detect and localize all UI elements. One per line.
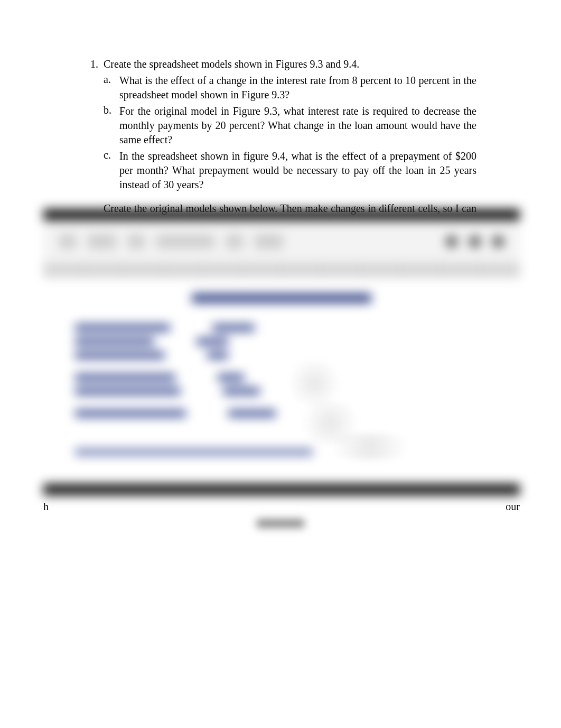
sub-item-b: b. For the original model in Figure 9.3,… <box>104 104 476 147</box>
edge-text-right: our <box>506 501 520 513</box>
figure-row <box>75 410 488 417</box>
sub-letter: a. <box>104 73 119 102</box>
figure-row <box>75 324 488 331</box>
figure-footnote-blob <box>75 449 313 455</box>
figure-column-headers <box>43 263 520 278</box>
ribbon-icon <box>469 236 481 247</box>
ribbon-icon <box>492 236 504 247</box>
ribbon-blob <box>88 234 116 249</box>
figure-value-blob <box>228 410 276 417</box>
caption-blob <box>257 519 304 528</box>
figure-row <box>75 388 488 395</box>
figure-label-blob <box>75 324 170 331</box>
sub-text: In the spreadsheet shown in figure 9.4, … <box>119 149 476 192</box>
figure-titlebar <box>43 209 520 220</box>
ribbon-icon <box>446 236 457 247</box>
sub-letter: b. <box>104 104 119 147</box>
sub-text: For the original model in Figure 9.3, wh… <box>119 104 476 147</box>
figure-title-line <box>192 293 371 303</box>
figure-ribbon <box>43 220 520 263</box>
question-main-text: Create the spreadsheet models shown in F… <box>104 58 476 70</box>
ribbon-blob <box>156 235 214 248</box>
figure-row <box>75 338 488 345</box>
figure-value-blob <box>197 338 228 345</box>
ribbon-blob <box>59 234 76 249</box>
sub-text: What is the effect of a change in the in… <box>119 73 476 102</box>
ribbon-blob <box>255 234 283 249</box>
figure-row <box>75 352 488 359</box>
figure-label-blob <box>75 374 175 381</box>
sub-letter: c. <box>104 149 119 192</box>
main-list-item: 1. Create the spreadsheet models shown i… <box>85 58 476 70</box>
ribbon-blob <box>226 234 243 249</box>
figure-label-blob <box>75 352 165 359</box>
figure-value-blob <box>223 388 260 395</box>
ribbon-blob <box>128 234 145 249</box>
figure-caption-area <box>0 518 561 530</box>
figure-body <box>43 278 520 484</box>
figure-value-blob <box>207 352 228 359</box>
figure-statusbar <box>43 484 520 495</box>
sub-list: a. What is the effect of a change in the… <box>104 73 476 192</box>
figure-value-blob <box>212 324 255 331</box>
figure-value-blob <box>218 374 244 381</box>
figure-label-blob <box>75 410 186 417</box>
figure-label-blob <box>75 338 154 345</box>
sub-item-a: a. What is the effect of a change in the… <box>104 73 476 102</box>
blurred-screenshot-figure <box>43 209 520 502</box>
figure-label-blob <box>75 388 181 395</box>
figure-row <box>75 374 488 381</box>
edge-text-left: h <box>43 501 49 513</box>
sub-item-c: c. In the spreadsheet shown in figure 9.… <box>104 149 476 192</box>
question-number: 1. <box>85 58 104 70</box>
